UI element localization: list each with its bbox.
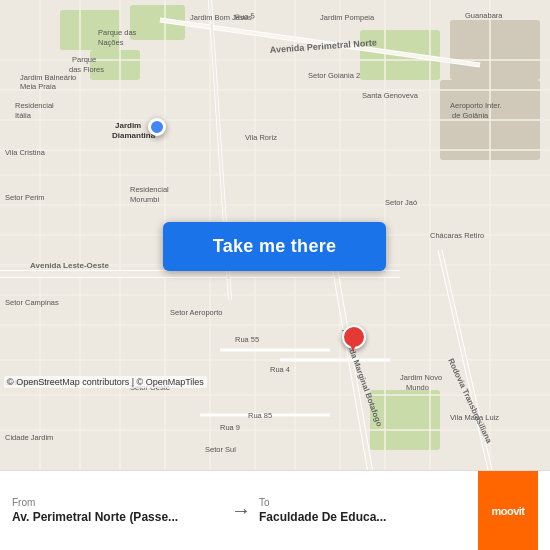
- svg-text:das Flores: das Flores: [69, 65, 104, 74]
- svg-text:Morumbi: Morumbi: [130, 195, 160, 204]
- svg-text:Rua 4: Rua 4: [270, 365, 290, 374]
- svg-text:Jardim Balneário: Jardim Balneário: [20, 73, 76, 82]
- svg-text:Residencial: Residencial: [15, 101, 54, 110]
- moovit-logo-text: moovit: [491, 505, 524, 517]
- svg-text:Guanabara: Guanabara: [465, 11, 503, 20]
- svg-text:Vila Cristina: Vila Cristina: [5, 148, 46, 157]
- svg-text:Setor Goiania 2: Setor Goiania 2: [308, 71, 360, 80]
- svg-text:Jardim: Jardim: [115, 121, 141, 130]
- svg-text:Cidade Jardim: Cidade Jardim: [5, 433, 53, 442]
- svg-text:Setor Sul: Setor Sul: [205, 445, 236, 454]
- svg-text:Vila Roriz: Vila Roriz: [245, 133, 277, 142]
- svg-text:Residencial: Residencial: [130, 185, 169, 194]
- origin-marker: [148, 118, 166, 136]
- route-arrow-icon: →: [231, 499, 251, 522]
- svg-rect-36: [0, 271, 400, 277]
- svg-text:Santa Genoveva: Santa Genoveva: [362, 91, 419, 100]
- svg-text:Setor Jaó: Setor Jaó: [385, 198, 417, 207]
- map-attribution: © OpenStreetMap contributors | © OpenMap…: [4, 376, 207, 388]
- svg-text:Rua 9: Rua 9: [220, 423, 240, 432]
- svg-text:Avenida Leste-Oeste: Avenida Leste-Oeste: [30, 261, 109, 270]
- from-label: From: [12, 497, 223, 508]
- svg-text:Aeroporto Inter.: Aeroporto Inter.: [450, 101, 502, 110]
- svg-text:de Goiânia: de Goiânia: [452, 111, 489, 120]
- route-from: From Av. Perimetral Norte (Passe...: [12, 497, 223, 524]
- moovit-logo: moovit: [478, 471, 538, 551]
- svg-text:Rua 55: Rua 55: [235, 335, 259, 344]
- svg-text:Itália: Itália: [15, 111, 32, 120]
- route-to: To Faculdade De Educa...: [259, 497, 470, 524]
- svg-text:Setor Aeroporto: Setor Aeroporto: [170, 308, 223, 317]
- bottom-bar: From Av. Perimetral Norte (Passe... → To…: [0, 470, 550, 550]
- svg-text:Mundo: Mundo: [406, 383, 429, 392]
- svg-text:Nações: Nações: [98, 38, 124, 47]
- map-container: Avenida Perimetral Norte Avenida Leste-O…: [0, 0, 550, 470]
- svg-text:Rua 85: Rua 85: [248, 411, 272, 420]
- svg-text:Jardim Pompeia: Jardim Pompeia: [320, 13, 375, 22]
- take-me-there-button[interactable]: Take me there: [163, 222, 386, 271]
- to-name: Faculdade De Educa...: [259, 510, 470, 524]
- svg-text:Vila Maria Luiz: Vila Maria Luiz: [450, 413, 499, 422]
- svg-text:Meia Praia: Meia Praia: [20, 82, 57, 91]
- svg-text:Chácaras Retiro: Chácaras Retiro: [430, 231, 484, 240]
- from-name: Av. Perimetral Norte (Passe...: [12, 510, 223, 524]
- svg-text:Jardim Novo: Jardim Novo: [400, 373, 442, 382]
- svg-text:Rua 5: Rua 5: [234, 11, 255, 22]
- svg-text:Parque das: Parque das: [98, 28, 137, 37]
- svg-text:Parque: Parque: [72, 55, 96, 64]
- svg-text:Setor Perim: Setor Perim: [5, 193, 45, 202]
- to-label: To: [259, 497, 470, 508]
- svg-text:Setor Campinas: Setor Campinas: [5, 298, 59, 307]
- destination-marker: [340, 325, 364, 355]
- svg-rect-6: [450, 20, 540, 80]
